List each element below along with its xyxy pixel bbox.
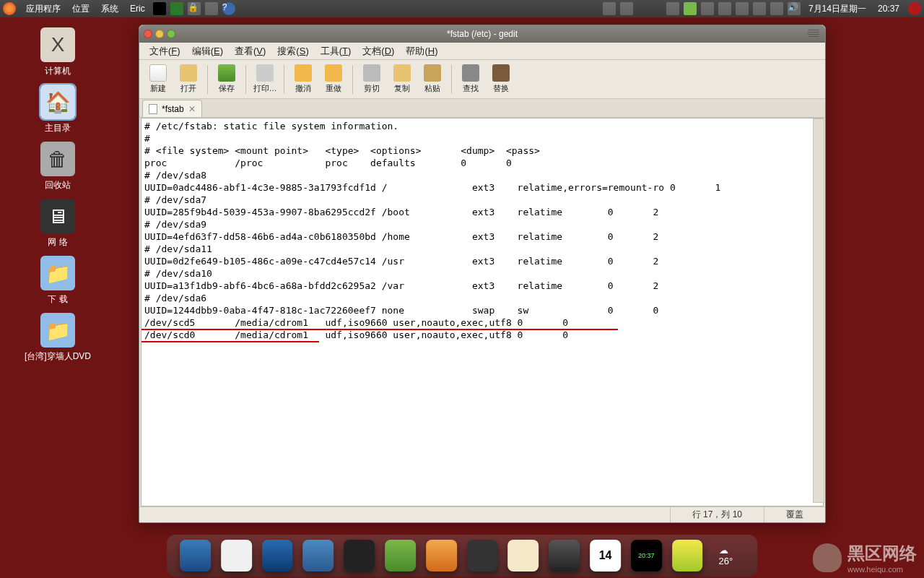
icon-label: [台湾]穿墙人DVD [14,350,101,363]
bluetooth-icon[interactable] [753,2,766,15]
toolbar-label: 剪切 [364,83,380,94]
editor-textarea[interactable]: # /etc/fstab: static file system informa… [141,118,824,506]
undo-icon [295,64,312,82]
annotation-underline [141,341,319,342]
menu-f[interactable]: 文件(F) [144,45,186,58]
applet-icon[interactable] [603,2,616,15]
watermark: 黑区网络www.heiqu.com [813,542,917,574]
dock-app-calendar[interactable]: 14 [590,540,621,571]
wifi-icon[interactable] [718,2,731,15]
toolbar-label: 粘贴 [424,83,440,94]
window-minimize-button[interactable] [155,30,164,38]
power-icon[interactable] [908,2,921,15]
toolbar-find-button[interactable]: 查找 [456,62,485,97]
dock-app-clock[interactable]: 20:37 [631,540,662,571]
window-grip-icon [808,30,819,37]
panel-menu-user[interactable]: Eric [124,4,151,14]
mushroom-icon [813,543,842,572]
desktop-icon-home[interactable]: 🏠主目录 [14,85,101,134]
tray-icon[interactable] [205,2,218,15]
toolbar-save-button[interactable]: 保存 [212,62,241,97]
user-icon[interactable] [684,2,697,15]
dock-app-player[interactable] [262,540,293,571]
downloads-icon: 📁 [40,256,75,290]
annotation-underline [141,329,618,330]
menu-t[interactable]: 工具(T) [315,45,357,58]
dvd-icon: 📁 [40,313,75,348]
toolbar-copy-button[interactable]: 复制 [388,62,417,97]
dock-app-firefox[interactable] [426,540,457,571]
menu-v[interactable]: 查看(V) [229,45,271,58]
dock-app-msn[interactable] [385,540,416,571]
icon-label: 主目录 [14,122,101,134]
ubuntu-logo-icon[interactable] [3,2,16,15]
trash-icon: 🗑 [40,142,75,176]
gedit-window: *fstab (/etc) - gedit 文件(F)编辑(E)查看(V)搜索(… [139,25,826,523]
tray-icon[interactable] [770,2,783,15]
toolbar-replace-button[interactable]: 替换 [487,62,515,97]
status-insert-mode[interactable]: 覆盖 [764,507,825,522]
tab-label: *fstab [162,104,184,114]
titlebar[interactable]: *fstab (/etc) - gedit [139,25,825,43]
menu-h[interactable]: 帮助(H) [400,45,443,58]
volume-icon[interactable]: 🔊 [788,2,801,15]
menu-e[interactable]: 编辑(E) [186,45,229,58]
icon-label: 下 载 [14,293,101,306]
toolbar-redo-button[interactable]: 重做 [319,62,348,97]
document-tab[interactable]: *fstab ✕ [142,100,202,117]
desktop-icon-network[interactable]: 🖥网 络 [14,199,101,249]
toolbar-new-button[interactable]: 新建 [144,62,173,97]
phone-icon[interactable] [736,2,749,15]
toolbar-cut-button[interactable]: 剪切 [357,62,386,97]
tray-icon[interactable] [153,2,166,15]
desktop-icon-downloads[interactable]: 📁下 载 [14,256,101,306]
applet-icon[interactable] [620,2,633,15]
help-icon[interactable]: ? [222,2,235,15]
toolbar-label: 复制 [394,83,410,94]
copy-icon [393,64,411,82]
dock-app-qq[interactable] [344,540,375,571]
top-panel: 应用程序 位置 系统 Eric 🔒 ? 🔊 7月14日星期一 20:37 [0,0,924,17]
dock-app-wps[interactable] [180,540,211,571]
panel-menu-apps[interactable]: 应用程序 [20,3,66,15]
dock-app-notes[interactable] [508,540,539,571]
print-icon [256,64,274,82]
lock-icon[interactable]: 🔒 [188,2,201,15]
tab-close-button[interactable]: ✕ [188,104,196,114]
toolbar-open-button[interactable]: 打开 [174,62,203,97]
dock-app-ipod[interactable] [221,540,252,571]
dock-app-battery[interactable] [672,540,703,571]
tray-icon[interactable] [170,2,183,15]
dock-app-browser[interactable] [303,540,334,571]
window-close-button[interactable] [144,30,152,38]
window-maximize-button[interactable] [167,30,175,38]
network-icon: 🖥 [40,199,75,233]
document-icon [149,104,157,114]
dock: 14 20:37 ☁ 26° [167,535,757,577]
panel-menu-system[interactable]: 系统 [95,3,124,15]
printer-icon[interactable] [701,2,714,15]
dock-app-terminal[interactable] [467,540,498,571]
toolbar-label: 新建 [150,83,166,94]
panel-menu-places[interactable]: 位置 [66,3,95,15]
desktop-icon-trash[interactable]: 🗑回收站 [14,142,101,191]
toolbar-label: 撤消 [295,83,311,94]
update-icon[interactable] [666,2,679,15]
home-icon: 🏠 [40,85,75,119]
desktop-icon-computer[interactable]: X计算机 [14,27,101,77]
dock-app-expose[interactable] [549,540,580,571]
scrollbar-vertical[interactable] [813,118,824,503]
menu-s[interactable]: 搜索(S) [271,45,314,58]
toolbar-undo-button[interactable]: 撤消 [289,62,318,97]
window-title: *fstab (/etc) - gedit [139,29,825,39]
toolbar-label: 打开 [180,83,196,94]
toolbar-paste-button[interactable]: 粘贴 [418,62,447,97]
toolbar-label: 保存 [219,83,235,94]
icon-label: 网 络 [14,236,101,249]
panel-time[interactable]: 20:37 [872,4,905,14]
toolbar-print-button[interactable]: 打印… [250,62,279,97]
panel-date[interactable]: 7月14日星期一 [803,3,872,15]
desktop-icon-dvd[interactable]: 📁[台湾]穿墙人DVD [14,313,101,363]
menu-d[interactable]: 文档(D) [357,45,400,58]
dock-weather[interactable]: ☁ 26° [719,545,744,566]
